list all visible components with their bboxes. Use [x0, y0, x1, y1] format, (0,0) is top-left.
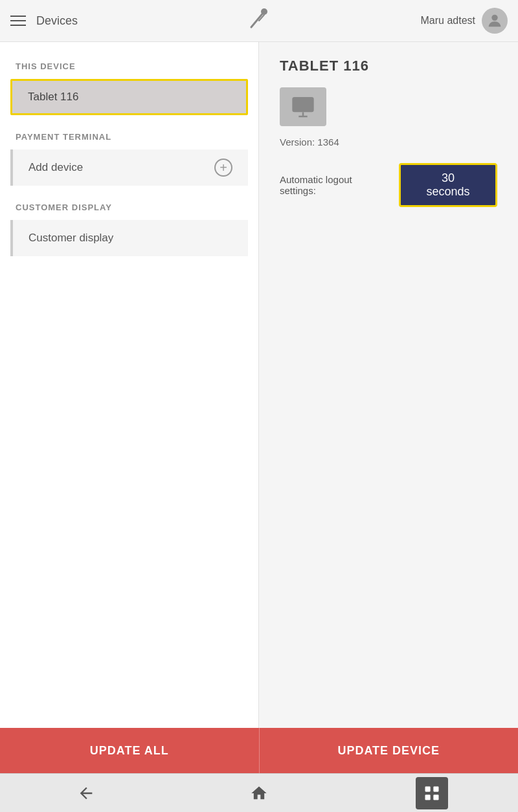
svg-rect-7 [425, 786, 430, 791]
add-device-plus-icon: + [214, 159, 232, 177]
update-all-button[interactable]: UPDATE ALL [0, 728, 260, 773]
svg-rect-9 [425, 795, 430, 800]
right-panel: TABLET 116 Version: 1364 Automatic logou… [259, 42, 518, 728]
menu-icon[interactable] [10, 16, 26, 26]
customer-display-section-label: CUSTOMER DISPLAY [0, 196, 258, 217]
this-device-section-label: THIS DEVICE [0, 55, 258, 76]
nav-bar [0, 773, 518, 812]
svg-rect-4 [292, 97, 313, 112]
home-icon [250, 784, 268, 802]
logo-icon [246, 6, 272, 32]
logout-seconds-button[interactable]: 30 seconds [399, 163, 497, 207]
header-title: Devices [36, 14, 78, 28]
home-nav-button[interactable] [243, 777, 275, 809]
header-right: Maru adtest [421, 8, 508, 34]
device-icon-box [280, 87, 326, 126]
header-left: Devices [10, 14, 78, 28]
version-text: Version: 1364 [280, 137, 497, 148]
recents-nav-button[interactable] [416, 777, 448, 809]
back-icon [77, 784, 95, 802]
tablet-116-item[interactable]: Tablet 116 [10, 79, 248, 115]
header: Devices Maru adtest [0, 0, 518, 42]
device-title: TABLET 116 [280, 58, 497, 74]
svg-rect-8 [433, 786, 438, 791]
svg-point-1 [261, 8, 267, 15]
monitor-icon [290, 94, 316, 120]
left-panel: THIS DEVICE Tablet 116 PAYMENT TERMINAL … [0, 42, 259, 728]
logo-container [246, 6, 272, 35]
add-device-label: Add device [28, 161, 83, 174]
update-device-button[interactable]: UPDATE DEVICE [260, 728, 519, 773]
auto-logout-label: Automatic logout settings: [280, 174, 388, 196]
customer-display-item[interactable]: Customer display [10, 220, 248, 256]
recents-icon [423, 784, 441, 802]
customer-display-label: Customer display [28, 232, 113, 245]
payment-terminal-section-label: PAYMENT TERMINAL [0, 126, 258, 147]
username-label: Maru adtest [421, 15, 475, 27]
bottom-bar: UPDATE ALL UPDATE DEVICE [0, 728, 518, 773]
avatar[interactable] [482, 8, 508, 34]
main-content: THIS DEVICE Tablet 116 PAYMENT TERMINAL … [0, 42, 518, 728]
svg-rect-10 [433, 795, 438, 800]
tablet-116-label: Tablet 116 [28, 91, 78, 104]
add-device-item[interactable]: Add device + [10, 149, 248, 186]
back-nav-button[interactable] [70, 777, 102, 809]
logout-settings-row: Automatic logout settings: 30 seconds [280, 163, 497, 207]
svg-point-3 [491, 15, 497, 21]
